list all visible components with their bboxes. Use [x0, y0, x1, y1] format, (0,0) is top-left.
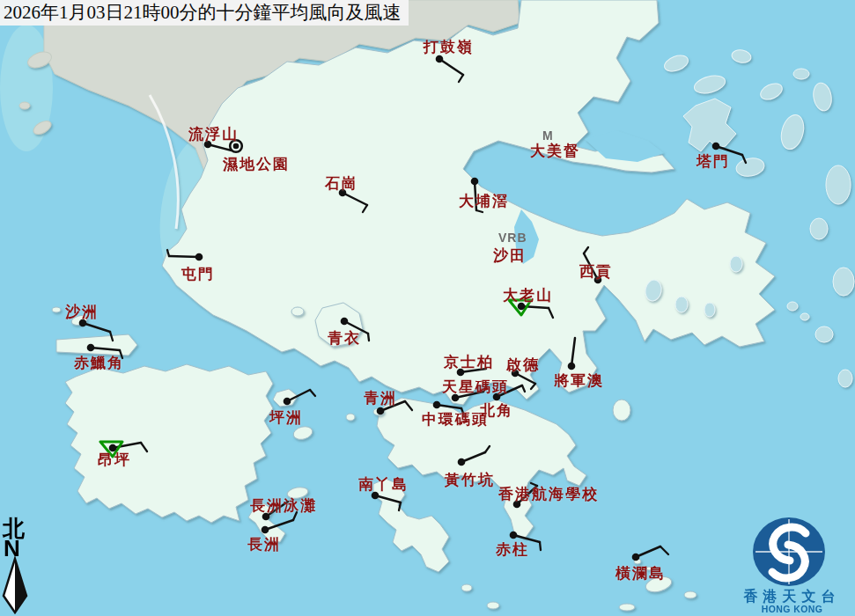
station-dot-icon: [284, 398, 291, 406]
station-label-central-pier: 中環碼頭: [422, 409, 489, 429]
station-dot-icon: [195, 253, 203, 261]
station-waglan-island[interactable]: [632, 546, 668, 561]
station-label-tai-po-kau: 大埔滘: [459, 191, 509, 211]
station-label-stanley: 赤柱: [496, 539, 529, 560]
station-dot-icon: [568, 363, 576, 370]
station-label-sha-tin: 沙田: [493, 246, 527, 266]
station-note-sha-tin: VRB: [498, 231, 527, 245]
hko-logo-english: HONG KONG OBSERVATORY: [729, 604, 855, 616]
station-label-wong-chuk-hang: 黃竹坑: [445, 470, 495, 490]
station-label-lau-fau-shan: 流浮山: [188, 124, 239, 144]
station-sha-chau[interactable]: [79, 319, 113, 341]
station-tuen-mun[interactable]: [167, 250, 203, 260]
station-tseung-kwan-o[interactable]: [568, 338, 576, 370]
station-wong-chuk-hang[interactable]: [458, 446, 490, 466]
station-ta-kwu-ling[interactable]: [436, 55, 463, 82]
station-dot-icon: [433, 401, 441, 409]
station-dot-icon: [510, 532, 518, 539]
station-label-ngong-ping: 昂坪: [98, 450, 131, 470]
north-arrow: [0, 510, 35, 616]
station-label-tates-cairn: 大老山: [503, 285, 553, 305]
station-label-lamma-island: 南丫島: [358, 474, 409, 495]
station-label-sha-chau: 沙洲: [65, 302, 99, 322]
station-label-tuen-mun: 屯門: [181, 264, 215, 284]
station-label-tai-mei-tuk: 大美督: [530, 141, 580, 161]
station-label-sai-kung: 西貢: [579, 261, 613, 282]
wind-map-page: 打鼓嶺流浮山濕地公園石崗大美督M塔門大埔滘沙田VRB屯門西貢大老山沙洲赤鱲角青衣…: [0, 0, 855, 616]
station-label-peng-chau: 坪洲: [269, 407, 303, 428]
station-dot-icon: [262, 526, 269, 534]
station-label-wetland-park: 濕地公園: [223, 154, 290, 174]
station-label-hk-sea-school: 香港航海學校: [498, 484, 599, 504]
station-label-ta-kwu-ling: 打鼓嶺: [424, 37, 474, 57]
station-label-tseung-kwan-o: 將軍澳: [554, 370, 604, 391]
station-label-cheung-chau-beach: 長洲泳灘: [250, 495, 317, 516]
station-dot-icon: [632, 554, 640, 561]
station-dot-icon: [341, 318, 349, 326]
station-note-tai-mei-tuk: M: [542, 128, 554, 143]
station-label-kai-tak: 啟德: [506, 355, 540, 375]
station-label-waglan-island: 橫瀾島: [615, 563, 666, 583]
map-title: 2026年1月03日21時00分的十分鐘平均風向及風速: [0, 0, 409, 26]
hko-logo: 香港天文台 HONG KONG OBSERVATORY: [729, 512, 855, 616]
station-label-kings-park: 京士柏: [444, 352, 494, 372]
station-dot-icon: [87, 344, 95, 352]
station-dot-icon: [471, 178, 479, 186]
station-label-green-island: 青洲: [364, 388, 397, 408]
station-label-cheung-chau: 長洲: [247, 534, 281, 554]
station-label-star-ferry: 天星碼頭: [442, 377, 509, 397]
station-dot-icon: [712, 143, 720, 150]
station-label-tap-mun: 塔門: [697, 151, 730, 172]
wind-barb-layer: [0, 0, 855, 616]
station-label-chek-lap-kok: 赤鱲角: [74, 353, 124, 373]
station-dot-icon: [458, 458, 466, 466]
station-label-tsing-yi: 青衣: [328, 328, 361, 348]
station-peng-chau[interactable]: [284, 390, 315, 405]
station-label-shek-kong: 石崗: [325, 173, 358, 194]
